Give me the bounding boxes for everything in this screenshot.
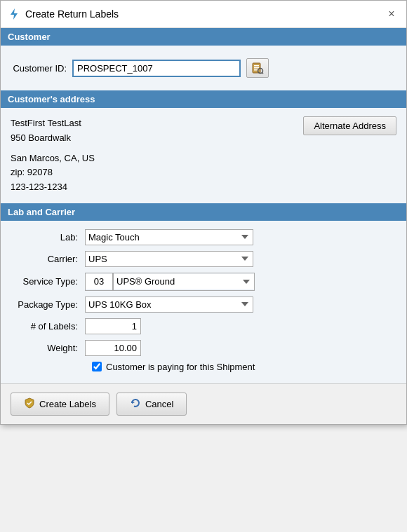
svg-rect-3 (254, 67, 259, 69)
cancel-label: Cancel (145, 399, 173, 409)
address-line2: 950 Boardwalk (11, 131, 95, 146)
address-line5: zip: 92078 (11, 165, 95, 180)
lookup-icon (251, 62, 264, 74)
lab-select[interactable]: Magic Touch (85, 229, 253, 245)
shield-icon (24, 397, 35, 409)
cancel-button[interactable]: Cancel (116, 393, 187, 416)
labels-row: # of Labels: (15, 318, 392, 334)
dialog-footer: Create Labels Cancel (1, 383, 406, 424)
title-bar: Create Return Labels × (1, 1, 406, 28)
paying-checkbox-label: Customer is paying for this Shipment (106, 362, 255, 372)
dialog-title: Create Return Labels (25, 8, 119, 20)
customer-id-row: Customer ID: (11, 53, 396, 83)
package-type-row: Package Type: UPS 10KG Box (15, 296, 392, 313)
package-type-select[interactable]: UPS 10KG Box (85, 296, 253, 313)
refresh-icon (130, 397, 141, 409)
create-labels-label: Create Labels (39, 399, 96, 409)
customer-section-body: Customer ID: (1, 46, 406, 90)
carrier-label: Carrier: (15, 254, 85, 264)
lab-label: Lab: (15, 232, 85, 243)
weight-row: Weight: (15, 340, 392, 356)
address-text: TestFirst TestLast 950 Boardwalk San Mar… (11, 116, 95, 195)
create-labels-button[interactable]: Create Labels (11, 393, 109, 416)
customer-id-label: Customer ID: (11, 63, 67, 74)
service-type-row: Service Type: UPS® Ground (15, 273, 392, 291)
address-line6: 123-123-1234 (11, 180, 95, 195)
close-button[interactable]: × (384, 6, 399, 22)
svg-rect-4 (254, 69, 258, 71)
labels-input[interactable] (85, 318, 141, 334)
carrier-select[interactable]: UPS (85, 251, 253, 267)
service-type-controls: UPS® Ground (85, 273, 255, 291)
service-code-input[interactable] (86, 274, 112, 289)
svg-marker-0 (11, 8, 18, 20)
address-line4: San Marcos, CA, US (11, 151, 95, 166)
title-bar-left: Create Return Labels (8, 8, 119, 20)
carrier-row: Carrier: UPS (15, 251, 392, 267)
customer-lookup-button[interactable] (246, 58, 269, 78)
lab-carrier-section-body: Lab: Magic Touch Carrier: UPS Service Ty… (1, 221, 406, 383)
alternate-address-button[interactable]: Alternate Address (303, 116, 396, 135)
svg-line-6 (262, 73, 264, 74)
create-labels-icon (24, 397, 35, 411)
main-dialog: Create Return Labels × Customer Customer… (0, 0, 407, 425)
service-type-label: Service Type: (15, 276, 85, 287)
paying-checkbox-row: Customer is paying for this Shipment (92, 362, 392, 372)
address-line1: TestFirst TestLast (11, 116, 95, 131)
lab-row: Lab: Magic Touch (15, 229, 392, 245)
lab-carrier-section-header: Lab and Carrier (1, 203, 406, 221)
address-section-body: TestFirst TestLast 950 Boardwalk San Mar… (1, 108, 406, 203)
svg-marker-7 (132, 401, 135, 404)
app-icon (8, 8, 20, 20)
package-type-label: Package Type: (15, 299, 85, 310)
svg-rect-2 (254, 65, 259, 67)
weight-input[interactable] (85, 340, 141, 356)
cancel-icon (130, 397, 141, 411)
customer-id-input[interactable] (72, 60, 241, 77)
labels-label: # of Labels: (15, 321, 85, 332)
service-select[interactable]: UPS® Ground (114, 274, 254, 289)
paying-checkbox[interactable] (92, 362, 102, 371)
address-section-header: Customer's address (1, 90, 406, 108)
weight-label: Weight: (15, 343, 85, 353)
customer-section-header: Customer (1, 28, 406, 46)
